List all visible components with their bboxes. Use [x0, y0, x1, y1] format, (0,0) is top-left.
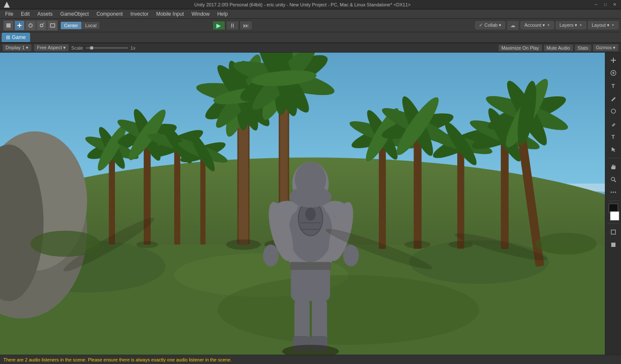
- menu-invector[interactable]: Invector: [127, 10, 152, 18]
- rotate-tool-btn[interactable]: [25, 20, 36, 31]
- center-toggle[interactable]: Center: [61, 22, 82, 29]
- game-tab[interactable]: ⊞ Game: [2, 33, 30, 42]
- right-toolbar: ✓ Collab ▾ ☁ Account ▾ ▼ Layers ▾ ▼ Layo…: [475, 21, 618, 30]
- menu-edit[interactable]: Edit: [17, 10, 33, 18]
- svg-rect-8: [50, 24, 55, 27]
- background-color-btn[interactable]: [610, 211, 619, 221]
- layout-dropdown[interactable]: Layout ▾ ▼: [588, 21, 618, 29]
- pencil-btn[interactable]: [607, 92, 619, 104]
- text-tool-btn[interactable]: T: [607, 80, 619, 92]
- menu-help[interactable]: Help: [214, 10, 231, 18]
- svg-rect-56: [200, 153, 205, 245]
- local-toggle[interactable]: Local: [82, 22, 100, 29]
- stats-btn[interactable]: Stats: [575, 45, 591, 51]
- display-caret-icon: ▾: [26, 45, 28, 50]
- unity-logo: [3, 1, 10, 8]
- layers-dropdown[interactable]: Layers ▾ ▼: [556, 21, 586, 29]
- menu-component[interactable]: Component: [93, 10, 126, 18]
- account-dropdown[interactable]: Account ▾ ▼: [520, 21, 554, 29]
- svg-line-7: [43, 23, 44, 24]
- scale-thumb: [90, 46, 93, 50]
- hand-btn[interactable]: [607, 161, 619, 173]
- scale-tool-btn[interactable]: [36, 20, 47, 31]
- menu-mobile-input[interactable]: Mobile Input: [153, 10, 187, 18]
- status-bar: There are 2 audio listeners in the scene…: [0, 355, 621, 364]
- mute-audio-btn[interactable]: Mute Audio: [544, 45, 573, 51]
- svg-point-87: [405, 241, 431, 248]
- account-caret-icon: ▼: [547, 23, 550, 27]
- rect-tool-btn[interactable]: [48, 20, 58, 31]
- scene-canvas: [0, 53, 621, 355]
- viewport-toolbar: Display 1 ▾ Free Aspect ▾ Scale 1x Maxim…: [0, 43, 621, 53]
- gizmos-btn[interactable]: Gizmos ▾: [593, 44, 618, 51]
- svg-line-128: [614, 180, 616, 182]
- eraser-btn[interactable]: [607, 118, 619, 130]
- cloud-button[interactable]: ☁: [507, 21, 519, 30]
- svg-rect-124: [612, 165, 613, 167]
- menu-window[interactable]: Window: [188, 10, 213, 18]
- svg-rect-52: [174, 144, 180, 244]
- pause-button[interactable]: ⏸: [226, 21, 239, 30]
- cursor-btn[interactable]: [607, 143, 619, 155]
- svg-point-129: [610, 192, 612, 193]
- move-tool-btn[interactable]: [14, 20, 25, 31]
- circle-btn[interactable]: [607, 105, 619, 117]
- close-button[interactable]: ✕: [612, 2, 618, 8]
- account-label: Account ▾: [524, 22, 545, 28]
- title-bar: Unity 2017.2.0f3 Personal (64bit) - eric…: [0, 0, 621, 9]
- scale-value: 1x: [131, 45, 136, 50]
- aspect-label: Free Aspect: [37, 45, 62, 50]
- layout-label: Layout ▾: [592, 22, 610, 28]
- maximize-button[interactable]: □: [602, 2, 608, 8]
- play-button[interactable]: ▶: [213, 21, 225, 30]
- window-controls[interactable]: ─ □ ✕: [593, 2, 618, 8]
- svg-rect-132: [611, 230, 615, 234]
- game-tab-icon: ⊞: [6, 34, 10, 40]
- game-viewport[interactable]: [0, 53, 621, 355]
- menu-gameobject[interactable]: GameObject: [57, 10, 92, 18]
- svg-point-84: [226, 239, 261, 250]
- extra-btn1[interactable]: [607, 226, 619, 238]
- svg-point-86: [136, 241, 158, 248]
- step-button[interactable]: ⏭: [240, 21, 252, 30]
- transform-tool-group: [3, 20, 59, 31]
- svg-point-122: [611, 109, 615, 113]
- layers-caret-icon: ▼: [579, 23, 582, 27]
- cloud-icon: ☁: [510, 22, 515, 28]
- svg-rect-133: [611, 243, 615, 247]
- status-message: There are 2 audio listeners in the scene…: [3, 357, 232, 362]
- separator2: [607, 201, 619, 201]
- expand-collapse-btn[interactable]: [607, 54, 619, 66]
- extra-btn2[interactable]: [607, 239, 619, 251]
- svg-point-114: [31, 231, 100, 257]
- svg-rect-126: [615, 165, 615, 167]
- svg-rect-6: [40, 24, 43, 27]
- svg-point-102: [263, 245, 279, 266]
- display-dropdown[interactable]: Display 1 ▾: [3, 44, 31, 51]
- svg-point-115: [536, 233, 597, 255]
- menu-bar: File Edit Assets GameObject Component In…: [0, 9, 621, 19]
- more-btn[interactable]: [607, 186, 619, 198]
- collab-button[interactable]: ✓ Collab ▾: [475, 21, 505, 29]
- svg-rect-92: [291, 266, 330, 301]
- scale-slider[interactable]: [86, 47, 128, 49]
- search-btn[interactable]: [607, 174, 619, 185]
- layers-label: Layers ▾: [559, 22, 577, 28]
- svg-rect-60: [379, 136, 386, 249]
- main-content: T T: [0, 53, 621, 355]
- hand-tool-btn[interactable]: [3, 20, 14, 31]
- add-btn[interactable]: [607, 67, 619, 79]
- aspect-dropdown[interactable]: Free Aspect ▾: [34, 44, 69, 51]
- svg-rect-93: [290, 262, 331, 270]
- svg-rect-1: [6, 23, 11, 28]
- window-title: Unity 2017.2.0f3 Personal (64bit) - eric…: [12, 2, 593, 7]
- toolbar: Center Local ▶ ⏸ ⏭ ✓ Collab ▾ ☁ Account …: [0, 19, 621, 32]
- svg-rect-125: [613, 165, 614, 167]
- minimize-button[interactable]: ─: [593, 2, 599, 8]
- svg-point-130: [613, 192, 614, 193]
- menu-assets[interactable]: Assets: [34, 10, 56, 18]
- maximize-on-play-btn[interactable]: Maximize On Play: [498, 45, 542, 51]
- text-btn2[interactable]: T: [607, 131, 619, 143]
- menu-file[interactable]: File: [2, 10, 17, 18]
- layout-caret-icon: ▼: [611, 23, 615, 27]
